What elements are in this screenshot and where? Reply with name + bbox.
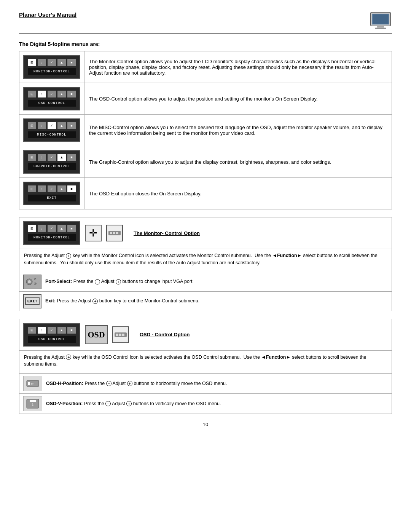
table-row: ⊞ ↕ ✓ ▲ ■ OSD-CONTROL The OSD-Control op… [19,83,392,115]
menu-desc-misc: The MISC-Control option allows you to se… [84,115,392,146]
osd-icon-4b: ▲ [57,91,66,97]
osd-screen-monitor: ⊞ ↕ ✓ ▲ ■ MONITOR-CONTROL [23,55,80,79]
osd-icon-5e: ■ [67,185,76,192]
osd-icon-2c: ↕ [38,122,46,129]
table-row: ⊞ ↕ ✓ ▲ ■ MISC-CONTROL The MISC-Control … [19,115,392,146]
oc-icon-1: ⊞ [28,327,36,334]
svg-point-10 [28,280,31,283]
svg-rect-8 [116,232,118,234]
menu-icon-cell-exit: ⊞ ↕ ✓ ▲ ■ EXIT [19,178,84,209]
oc-icon-2: ↕ [38,327,46,334]
page-header: Planar User's Manual [19,11,392,34]
mc-header-label: MONITOR-CONTROL [28,234,76,241]
osd-icon-2b: ↕ [38,91,46,97]
osd-control-description: Pressing the Adjust + key while the OSD … [24,354,387,368]
svg-rect-16 [122,334,124,336]
osd-icon-5b: ■ [67,91,76,97]
exit-desc: Press the Adjust + button key to exit th… [57,298,200,304]
osd-v-pos-label: OSD-V-Position: [46,401,83,406]
osd-icon-4e: ▲ [57,185,66,192]
osd-icons-row-mc: ⊞ ↕ ✓ ▲ ■ [28,225,76,232]
osd-icon-3d: ✓ [48,154,56,161]
port-select-icon: ⊙ ◎ [23,275,41,289]
osd-screen-graphic: ⊞ ↕ ✓ ▲ ■ GRAPHIC-CONTROL [23,150,80,174]
osd-h-pos-desc: Press the − Adjust + buttons to horizont… [84,381,227,386]
monitor-logo-icon [369,11,392,30]
osd-icon-5d: ■ [67,154,76,161]
osd-control-link-title: OSD - Control Option [140,332,190,337]
svg-text:⊙: ⊙ [34,278,37,281]
port-select-row: ⊙ ◎ Port-Select: Press the − Adjust + bu… [19,272,392,291]
oc-icon-4: ▲ [57,327,66,334]
table-row: ⊞ ↕ ✓ ▲ ■ MONITOR-CONTROL The Monitor-Co… [19,51,392,83]
osd-screen-misc: ⊞ ↕ ✓ ▲ ■ MISC-CONTROL [23,118,80,142]
svg-rect-14 [116,334,118,336]
port-select-label: Port-Select: [45,279,72,284]
menu-icon-cell-monitor: ⊞ ↕ ✓ ▲ ■ MONITOR-CONTROL [19,51,84,83]
osd-h-pos-label: OSD-H-Position: [46,381,83,386]
svg-text:◎: ◎ [34,282,37,285]
osd-control-header: ⊞ ↕ ✓ ▲ ■ OSD-CONTROL OSD OSD - Control … [19,319,392,351]
osd-icon-3: ✓ [48,59,56,66]
svg-rect-4 [373,14,389,24]
osd-icon-2e: ↕ [38,185,46,192]
table-row: ⊞ ↕ ✓ ▲ ■ EXIT The OSD Exit option close… [19,178,392,209]
menu-icon-cell-misc: ⊞ ↕ ✓ ▲ ■ MISC-CONTROL [19,115,84,146]
menu-desc-monitor: The Monitor-Control option allows you to… [84,51,392,83]
oc-icon-3: ✓ [48,327,56,334]
osd-control-section: ⊞ ↕ ✓ ▲ ■ OSD-CONTROL OSD OSD - Control … [19,319,392,414]
osd-icon-1c: ⊞ [28,122,36,129]
osd-icon-2: ↕ [38,59,46,66]
osd-icons-row: ⊞ ↕ ✓ ▲ ■ [28,59,76,66]
oc-icon-5: ■ [67,327,76,334]
osd-h-position-row: ⇔ OSD-H-Position: Press the − Adjust + b… [19,373,392,393]
osd-icon-2d: ↕ [38,154,46,161]
osd-h-pos-icon: ⇔ [23,376,42,391]
osd-v-position-text: OSD-V-Position: Press the − Adjust + but… [46,400,221,407]
osd-control-body: Pressing the Adjust + key while the OSD … [19,351,392,374]
osd-icon-3c: ✓ [48,122,56,129]
svg-rect-3 [375,28,386,29]
osd-control-label: OSD-CONTROL [28,100,76,107]
osd-icon-1d: ⊞ [28,154,36,161]
monitor-control-section: ⊞ ↕ ✓ ▲ ■ MONITOR-CONTROL ✛ The Mo [19,217,392,311]
osd-icon-5: ■ [67,59,76,66]
menu-table: ⊞ ↕ ✓ ▲ ■ MONITOR-CONTROL The Monitor-Co… [19,51,392,209]
osd-control-osd-icon: ⊞ ↕ ✓ ▲ ■ OSD-CONTROL [23,323,80,347]
monitor-control-body: Pressing the Adjust + key while the Moni… [19,249,392,272]
exit-row: EXIT Exit: Press the Adjust + button key… [19,291,392,311]
osd-screen-exit: ⊞ ↕ ✓ ▲ ■ EXIT [23,182,80,205]
mc-icon-2: ↕ [38,225,46,232]
monitor-control-link-title: The Monitor- Control Option [134,230,200,236]
decorative-icon [106,225,123,241]
osd-icon-4c: ▲ [57,122,66,129]
osd-icon-1b: ⊞ [28,91,36,97]
exit-label: Exit: [45,298,56,304]
svg-text:⇕: ⇕ [31,403,34,407]
table-row: ⊞ ↕ ✓ ▲ ■ GRAPHIC-CONTROL The Graphic-Co… [19,146,392,178]
osd-v-position-row: ⇕ OSD-V-Position: Press the − Adjust + b… [19,393,392,414]
osd-icons-row: ⊞ ↕ ✓ ▲ ■ [28,91,76,97]
port-select-text: Port-Select: Press the − Adjust + button… [45,278,193,285]
osd-h-position-text: OSD-H-Position: Press the − Adjust + but… [46,380,227,387]
digital-section-title: The Digital 5-topline menus are: [19,41,392,47]
misc-control-label: MISC-CONTROL [28,131,76,138]
menu-desc-osd: The OSD-Control option allows you to adj… [84,83,392,115]
mc-icon-4: ▲ [57,225,66,232]
svg-rect-7 [113,232,115,234]
mc-icon-5: ■ [67,225,76,232]
osd-v-pos-desc: Press the − Adjust + buttons to vertical… [84,401,221,406]
menu-icon-cell-osd: ⊞ ↕ ✓ ▲ ■ OSD-CONTROL [19,83,84,115]
osd-icons-row-oc: ⊞ ↕ ✓ ▲ ■ [28,327,76,334]
osd-icon-4: ▲ [57,59,66,66]
menu-desc-exit: The OSD Exit option closes the On Screen… [84,178,392,209]
osd-icons-row: ⊞ ↕ ✓ ▲ ■ [28,122,76,129]
menu-desc-graphic: The Graphic-Control option allows you to… [84,146,392,178]
manual-title: Planar User's Manual [19,11,76,18]
mc-icon-1: ⊞ [28,225,36,232]
osd-v-pos-icon: ⇕ [23,396,42,411]
monitor-control-header: ⊞ ↕ ✓ ▲ ■ MONITOR-CONTROL ✛ The Mo [19,217,392,249]
port-select-desc: Press the − Adjust + buttons to change i… [73,279,193,284]
svg-rect-21 [30,400,36,402]
exit-label: EXIT [28,195,76,201]
